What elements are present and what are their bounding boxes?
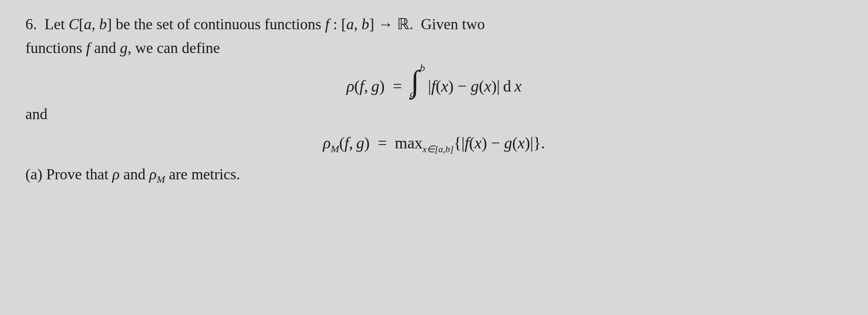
problem-statement: 6. Let C[a, b] be the set of continuous … [25, 13, 843, 187]
page: 6. Let C[a, b] be the set of continuous … [0, 0, 868, 315]
formula-rho-m: ρM(f, g) = maxx∈[a,b]{|f(x) − g(x)|}. [25, 131, 843, 157]
problem-line2: functions f and g, we can define [25, 36, 843, 60]
part-a: (a) Prove that ρ and ρM are metrics. [25, 163, 843, 187]
formula-rho: ρ(f, g) = ∫ b a |f(x) − g(x)| d x [25, 68, 843, 99]
problem-number: 6. [25, 16, 37, 33]
problem-line1: 6. Let C[a, b] be the set of continuous … [25, 13, 843, 36]
and-text: and [25, 103, 843, 126]
